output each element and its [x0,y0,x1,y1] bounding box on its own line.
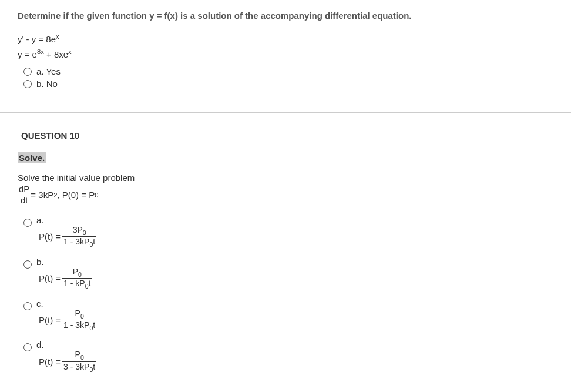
q10-option-c[interactable]: c. P(t) = P0 1 - 3kP0t [23,299,553,332]
opt-fraction: P0 1 - kP0t [62,267,92,290]
den-text2: t [93,320,95,330]
derivative-fraction: dP dt [18,184,31,206]
opt-num: 3P0 [62,225,96,237]
q10-option-a[interactable]: a. P(t) = 3P0 1 - 3kP0t [23,215,553,249]
radio-icon[interactable] [23,219,32,227]
num-sub: 0 [78,271,82,278]
den-text2: t [89,279,91,288]
num-sub: 0 [83,229,86,236]
q9-options: a. Yes b. No [23,66,553,89]
frac-denominator: dt [18,195,31,206]
opt-letter: c. [36,299,48,309]
q9-option-a[interactable]: a. Yes [23,66,553,76]
q10-ivp-equation: dP dt = 3kP2, P(0) = P0 [18,184,553,206]
opt-num: P0 [62,309,96,320]
opt-den: 1 - 3kP0t [62,320,96,331]
rhs-sub: 0 [95,192,98,199]
opt-den: 1 - kP0t [62,279,92,290]
opt-letter: b. [36,257,48,267]
num-text: P [75,309,80,318]
q9-eq2: y = e8x + 8xex [18,46,553,62]
opt-den: 1 - 3kP0t [62,237,96,248]
den-text2: t [93,237,95,246]
eq2-sup1: 8x [37,48,44,55]
opt-letter: d. [36,340,48,350]
opt-lhs: P(t) = [39,357,61,367]
opt-fraction: 3P0 1 - 3kP0t [62,225,96,249]
eq1-sup: x [56,33,59,40]
q9-option-b[interactable]: b. No [23,79,553,89]
opt-formula: P(t) = P0 1 - kP0t [39,267,93,290]
opt-fraction: P0 3 - 3kP0t [62,350,96,373]
num-text: 3P [73,225,83,234]
den-text: 1 - 3kP [63,237,89,246]
num-sub: 0 [80,312,84,319]
opt-fraction: P0 1 - 3kP0t [62,309,96,332]
q10-heading: QUESTION 10 [21,130,553,140]
q9-option-b-label: b. No [36,79,58,89]
eq2-sup2: x [68,48,72,55]
radio-icon[interactable] [23,343,32,351]
radio-icon[interactable] [23,302,32,310]
q9-eq1: y' - y = 8ex [18,31,553,46]
den-text: 1 - 3kP [63,320,89,330]
section-divider [0,112,571,113]
radio-icon[interactable] [23,80,32,88]
opt-num: P0 [62,267,92,279]
opt-num: P0 [62,350,96,361]
question-10: QUESTION 10 Solve. Solve the initial val… [18,130,553,373]
num-sub: 0 [80,354,84,361]
num-text: P [75,350,80,359]
opt-letter: a. [36,215,48,225]
q10-problem-text: Solve the initial value problem [18,173,553,183]
q9-equations: y' - y = 8ex y = e8x + 8xex [18,31,553,62]
opt-den: 3 - 3kP0t [62,362,96,373]
eq2-text1: y = e [18,49,37,59]
question-9: Determine if the given function y = f(x)… [18,11,553,89]
opt-lhs: P(t) = [39,232,61,242]
radio-icon[interactable] [23,68,32,76]
opt-formula: P(t) = P0 1 - 3kP0t [39,309,98,332]
rhs-text1: = 3kP [31,190,53,200]
radio-icon[interactable] [23,260,32,269]
eq1-text: y' - y = 8e [18,34,56,44]
den-text: 3 - 3kP [63,362,89,371]
eq2-text2: + 8xe [44,49,68,59]
opt-formula: P(t) = 3P0 1 - 3kP0t [39,225,98,249]
solve-label: Solve. [18,152,46,163]
opt-formula: P(t) = P0 3 - 3kP0t [39,350,98,373]
rhs-text2: , P(0) = P [57,190,95,200]
q10-option-b[interactable]: b. P(t) = P0 1 - kP0t [23,257,553,290]
opt-lhs: P(t) = [39,315,61,325]
q9-prompt: Determine if the given function y = f(x)… [18,11,553,21]
q10-option-d[interactable]: d. P(t) = P0 3 - 3kP0t [23,340,553,373]
den-text2: t [93,362,95,371]
den-text: 1 - kP [63,279,85,288]
frac-numerator: dP [18,184,31,195]
q9-option-a-label: a. Yes [36,66,61,76]
num-text: P [73,267,78,276]
opt-lhs: P(t) = [39,273,61,283]
